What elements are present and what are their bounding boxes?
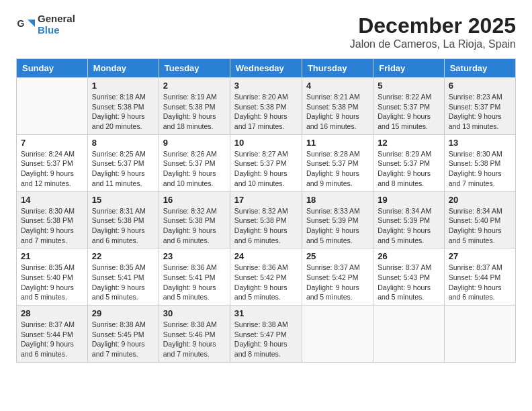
cell-info: Sunrise: 8:36 AMSunset: 5:41 PMDaylight:… [163, 263, 226, 302]
cell-day-number: 12 [378, 138, 439, 148]
cell-info: Sunrise: 8:20 AMSunset: 5:38 PMDaylight:… [234, 92, 298, 132]
table-row [17, 78, 88, 135]
cell-day-number: 31 [234, 308, 298, 318]
table-row: 24Sunrise: 8:36 AMSunset: 5:42 PMDayligh… [230, 248, 302, 306]
calendar-table: SundayMondayTuesdayWednesdayThursdayFrid… [16, 58, 516, 363]
cell-day-number: 28 [21, 308, 83, 318]
table-row: 12Sunrise: 8:29 AMSunset: 5:37 PMDayligh… [373, 134, 444, 191]
logo-line1: General [38, 13, 75, 25]
cell-day-number: 30 [163, 308, 226, 318]
logo-icon: G [16, 15, 35, 34]
table-row: 28Sunrise: 8:37 AMSunset: 5:44 PMDayligh… [17, 306, 88, 363]
cell-day-number: 20 [449, 195, 511, 205]
cell-day-number: 23 [163, 251, 226, 261]
cell-info: Sunrise: 8:38 AMSunset: 5:46 PMDaylight:… [163, 320, 226, 359]
table-row: 8Sunrise: 8:25 AMSunset: 5:37 PMDaylight… [87, 134, 159, 191]
table-row: 16Sunrise: 8:32 AMSunset: 5:38 PMDayligh… [159, 191, 230, 248]
cell-info: Sunrise: 8:33 AMSunset: 5:39 PMDaylight:… [306, 206, 369, 246]
table-row: 21Sunrise: 8:35 AMSunset: 5:40 PMDayligh… [17, 248, 88, 306]
cell-day-number: 10 [234, 138, 298, 148]
weekday-header-friday: Friday [373, 59, 444, 78]
cell-info: Sunrise: 8:30 AMSunset: 5:38 PMDaylight:… [21, 206, 83, 246]
cell-info: Sunrise: 8:18 AMSunset: 5:38 PMDaylight:… [92, 92, 154, 132]
table-row: 30Sunrise: 8:38 AMSunset: 5:46 PMDayligh… [159, 306, 230, 363]
cell-day-number: 18 [306, 195, 369, 205]
table-row: 13Sunrise: 8:30 AMSunset: 5:38 PMDayligh… [444, 134, 515, 191]
cell-info: Sunrise: 8:36 AMSunset: 5:42 PMDaylight:… [234, 263, 298, 302]
cell-info: Sunrise: 8:38 AMSunset: 5:47 PMDaylight:… [234, 320, 298, 359]
page-header: G General Blue December 2025 Jalon de Ca… [16, 13, 516, 50]
cell-day-number: 15 [92, 195, 154, 205]
table-row: 23Sunrise: 8:36 AMSunset: 5:41 PMDayligh… [159, 248, 230, 306]
cell-info: Sunrise: 8:32 AMSunset: 5:38 PMDaylight:… [163, 206, 226, 246]
weekday-header-wednesday: Wednesday [230, 59, 302, 78]
table-row: 26Sunrise: 8:37 AMSunset: 5:43 PMDayligh… [373, 248, 444, 306]
cell-day-number: 13 [449, 138, 511, 148]
page-subtitle: Jalon de Cameros, La Rioja, Spain [350, 38, 516, 50]
table-row: 1Sunrise: 8:18 AMSunset: 5:38 PMDaylight… [87, 78, 159, 135]
cell-info: Sunrise: 8:30 AMSunset: 5:38 PMDaylight:… [449, 149, 511, 189]
cell-info: Sunrise: 8:28 AMSunset: 5:37 PMDaylight:… [306, 149, 369, 189]
cell-info: Sunrise: 8:29 AMSunset: 5:37 PMDaylight:… [378, 149, 439, 189]
cell-info: Sunrise: 8:34 AMSunset: 5:40 PMDaylight:… [449, 206, 511, 246]
logo-line2: Blue [38, 25, 75, 36]
cell-day-number: 2 [163, 81, 226, 91]
table-row: 17Sunrise: 8:32 AMSunset: 5:38 PMDayligh… [230, 191, 302, 248]
table-row: 2Sunrise: 8:19 AMSunset: 5:38 PMDaylight… [159, 78, 230, 135]
table-row: 6Sunrise: 8:23 AMSunset: 5:37 PMDaylight… [444, 78, 515, 135]
cell-day-number: 14 [21, 195, 83, 205]
cell-info: Sunrise: 8:37 AMSunset: 5:43 PMDaylight:… [378, 263, 439, 302]
cell-info: Sunrise: 8:19 AMSunset: 5:38 PMDaylight:… [163, 92, 226, 132]
cell-info: Sunrise: 8:26 AMSunset: 5:37 PMDaylight:… [163, 149, 226, 189]
table-row: 20Sunrise: 8:34 AMSunset: 5:40 PMDayligh… [444, 191, 515, 248]
table-row: 14Sunrise: 8:30 AMSunset: 5:38 PMDayligh… [17, 191, 88, 248]
table-row: 31Sunrise: 8:38 AMSunset: 5:47 PMDayligh… [230, 306, 302, 363]
cell-day-number: 22 [92, 251, 154, 261]
table-row: 7Sunrise: 8:24 AMSunset: 5:37 PMDaylight… [17, 134, 88, 191]
table-row: 5Sunrise: 8:22 AMSunset: 5:37 PMDaylight… [373, 78, 444, 135]
weekday-header-sunday: Sunday [17, 59, 88, 78]
cell-day-number: 26 [378, 251, 439, 261]
table-row: 15Sunrise: 8:31 AMSunset: 5:38 PMDayligh… [87, 191, 159, 248]
cell-day-number: 19 [378, 195, 439, 205]
table-row [302, 306, 373, 363]
cell-info: Sunrise: 8:21 AMSunset: 5:38 PMDaylight:… [306, 92, 369, 132]
cell-info: Sunrise: 8:35 AMSunset: 5:40 PMDaylight:… [21, 263, 83, 302]
cell-day-number: 5 [378, 81, 439, 91]
cell-day-number: 6 [449, 81, 511, 91]
cell-info: Sunrise: 8:32 AMSunset: 5:38 PMDaylight:… [234, 206, 298, 246]
cell-day-number: 1 [92, 81, 154, 91]
weekday-header-tuesday: Tuesday [159, 59, 230, 78]
table-row: 22Sunrise: 8:35 AMSunset: 5:41 PMDayligh… [87, 248, 159, 306]
table-row: 27Sunrise: 8:37 AMSunset: 5:44 PMDayligh… [444, 248, 515, 306]
cell-day-number: 8 [92, 138, 154, 148]
table-row: 29Sunrise: 8:38 AMSunset: 5:45 PMDayligh… [87, 306, 159, 363]
cell-day-number: 27 [449, 251, 511, 261]
cell-info: Sunrise: 8:37 AMSunset: 5:42 PMDaylight:… [306, 263, 369, 302]
table-row: 4Sunrise: 8:21 AMSunset: 5:38 PMDaylight… [302, 78, 373, 135]
table-row: 18Sunrise: 8:33 AMSunset: 5:39 PMDayligh… [302, 191, 373, 248]
title-block: December 2025 Jalon de Cameros, La Rioja… [350, 13, 516, 50]
table-row [444, 306, 515, 363]
cell-day-number: 9 [163, 138, 226, 148]
cell-info: Sunrise: 8:25 AMSunset: 5:37 PMDaylight:… [92, 149, 154, 189]
table-row: 19Sunrise: 8:34 AMSunset: 5:39 PMDayligh… [373, 191, 444, 248]
cell-info: Sunrise: 8:23 AMSunset: 5:37 PMDaylight:… [449, 92, 511, 132]
svg-text:G: G [17, 18, 25, 29]
weekday-header-thursday: Thursday [302, 59, 373, 78]
cell-day-number: 7 [21, 138, 83, 148]
cell-day-number: 25 [306, 251, 369, 261]
logo-text: General Blue [38, 13, 75, 36]
logo: G General Blue [16, 13, 75, 36]
cell-info: Sunrise: 8:22 AMSunset: 5:37 PMDaylight:… [378, 92, 439, 132]
page-title: December 2025 [350, 13, 516, 38]
cell-day-number: 3 [234, 81, 298, 91]
cell-day-number: 21 [21, 251, 83, 261]
weekday-header-saturday: Saturday [444, 59, 515, 78]
cell-info: Sunrise: 8:24 AMSunset: 5:37 PMDaylight:… [21, 149, 83, 189]
cell-info: Sunrise: 8:37 AMSunset: 5:44 PMDaylight:… [449, 263, 511, 302]
cell-info: Sunrise: 8:27 AMSunset: 5:37 PMDaylight:… [234, 149, 298, 189]
cell-day-number: 16 [163, 195, 226, 205]
cell-day-number: 11 [306, 138, 369, 148]
table-row: 3Sunrise: 8:20 AMSunset: 5:38 PMDaylight… [230, 78, 302, 135]
